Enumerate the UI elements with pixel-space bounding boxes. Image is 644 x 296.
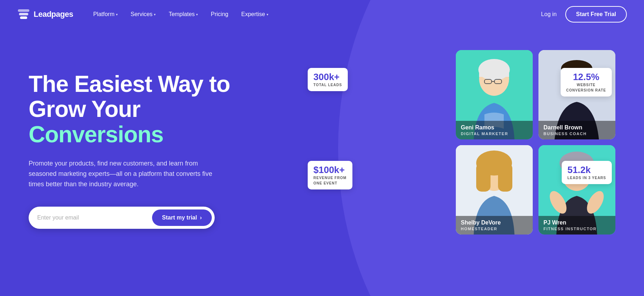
card-shelby-role: Homesteader (461, 227, 528, 231)
chevron-down-icon: ▾ (154, 13, 156, 16)
nav-item-expertise[interactable]: Expertise ▾ (235, 8, 274, 20)
start-trial-cta-button[interactable]: Start my trial › (152, 209, 212, 226)
stat-label-100k-line1: REVENUE FROM (313, 176, 347, 180)
svg-rect-6 (479, 70, 509, 77)
stat-badge-12p5: 12.5% WEBSITE CONVERSION RATE (561, 68, 612, 97)
svg-rect-1 (19, 13, 28, 15)
card-darnell-role: Business Coach (543, 132, 610, 136)
logo-link[interactable]: Leadpages (17, 9, 73, 19)
stat-label-100k-line2: ONE EVENT (313, 181, 347, 185)
chevron-down-icon: ▾ (116, 13, 118, 16)
hero-form: Start my trial › (29, 207, 215, 229)
card-shelby-name-badge: Shelby DeVore Homesteader (456, 216, 533, 235)
card-pj-wren: PJ Wren Fitness Instructor (538, 145, 615, 235)
stat-number-300k: 300k+ (313, 72, 342, 82)
card-geni-role: Digital Marketer (461, 132, 528, 136)
chevron-down-icon: ▾ (267, 13, 268, 16)
stat-label-12p5-line1: WEBSITE (566, 83, 606, 87)
svg-rect-2 (20, 16, 27, 19)
hero-right-cards: 300k+ TOTAL LEADS 12.5% WEBSITE CONVERSI… (265, 50, 615, 257)
stat-label-12p5-line2: CONVERSION RATE (566, 88, 606, 92)
stat-label-51k: LEADS IN 3 YEARS (567, 176, 606, 180)
card-darnell-name: Darnell Brown (543, 124, 610, 131)
nav-item-platform[interactable]: Platform ▾ (87, 8, 123, 20)
hero-subtitle: Promote your products, find new customer… (29, 158, 222, 189)
logo-text: Leadpages (34, 10, 73, 19)
nav-links: Platform ▾ Services ▾ Templates ▾ Pricin… (87, 8, 541, 20)
card-geni-ramos: Geni Ramos Digital Marketer (456, 50, 533, 139)
stat-badge-51k: 51.2k LEADS IN 3 YEARS (562, 161, 612, 184)
stat-badge-100k: $100k+ REVENUE FROM ONE EVENT (308, 161, 352, 189)
email-input[interactable] (37, 214, 152, 221)
card-geni-name-badge: Geni Ramos Digital Marketer (456, 121, 533, 139)
svg-rect-16 (476, 163, 491, 192)
card-shelby-name: Shelby DeVore (461, 219, 528, 226)
card-darnell-name-badge: Darnell Brown Business Coach (538, 121, 615, 139)
hero-section: The Easiest Way to Grow Your Conversions… (0, 29, 644, 296)
svg-rect-0 (18, 9, 29, 12)
card-shelby-devore: Shelby DeVore Homesteader (456, 145, 533, 235)
logo-icon (17, 9, 30, 19)
hero-left-content: The Easiest Way to Grow Your Conversions… (29, 50, 250, 229)
start-free-trial-button[interactable]: Start Free Trial (565, 6, 627, 23)
page-wrapper: Leadpages Platform ▾ Services ▾ Template… (0, 0, 644, 296)
nav-item-templates[interactable]: Templates ▾ (163, 8, 204, 20)
nav-item-pricing[interactable]: Pricing (205, 8, 234, 20)
card-pj-name-badge: PJ Wren Fitness Instructor (538, 216, 615, 235)
card-pj-role: Fitness Instructor (543, 227, 610, 231)
login-link[interactable]: Log in (541, 11, 557, 18)
nav-item-services[interactable]: Services ▾ (125, 8, 161, 20)
navbar: Leadpages Platform ▾ Services ▾ Template… (0, 0, 644, 29)
nav-right: Log in Start Free Trial (541, 6, 627, 23)
stat-number-51k: 51.2k (567, 165, 606, 174)
chevron-down-icon: ▾ (196, 13, 198, 16)
hero-title: The Easiest Way to Grow Your Conversions (29, 71, 250, 147)
stat-badge-300k: 300k+ TOTAL LEADS (308, 68, 348, 91)
stat-label-300k: TOTAL LEADS (313, 83, 342, 87)
card-pj-name: PJ Wren (543, 219, 610, 226)
card-geni-name: Geni Ramos (461, 124, 528, 131)
svg-rect-17 (498, 163, 512, 192)
arrow-right-icon: › (200, 214, 202, 221)
stat-number-12p5: 12.5% (566, 72, 606, 82)
stat-number-100k: $100k+ (313, 165, 347, 174)
